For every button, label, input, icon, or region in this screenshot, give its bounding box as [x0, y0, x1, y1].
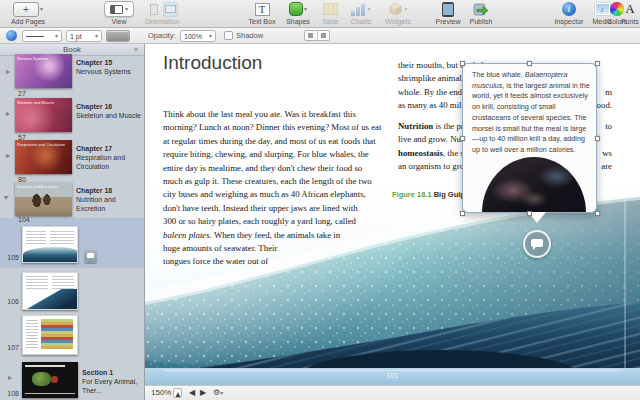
disclosure-triangle-icon[interactable]: ▸ [6, 152, 10, 160]
page-number: 105 [3, 254, 19, 261]
stroke-color-well[interactable] [106, 30, 130, 42]
opacity-dropdown[interactable]: 100%▾ [180, 30, 216, 42]
speech-bubble-icon [87, 253, 94, 258]
selection-handle[interactable] [595, 211, 600, 216]
gear-icon[interactable]: ⚙▾ [213, 388, 223, 398]
page-footer-number: 105 [145, 372, 640, 379]
chapter-15-thumbnail[interactable]: Nervous Systems [15, 54, 72, 88]
fonts-button[interactable]: A Fonts [621, 1, 639, 25]
chapter-17-thumbnail[interactable]: Respiration and Circulation [15, 140, 72, 174]
view-layout-icon [110, 5, 123, 14]
publish-button[interactable]: Publish [464, 1, 498, 25]
chapter-16-label[interactable]: Chapter 16Skeleton and Muscle [76, 102, 144, 120]
stroke-width-dropdown[interactable]: 1 pt▾ [66, 30, 102, 42]
format-bar: ▾ 1 pt▾ Opacity: 100%▾ Shadow [0, 28, 640, 44]
forward-arrow-icon[interactable]: ▶ [200, 388, 206, 398]
inspector-button[interactable]: i Inspector [550, 1, 588, 25]
opacity-label: Opacity: [148, 30, 176, 42]
page-number: 27 [18, 90, 26, 97]
inspector-info-icon: i [562, 2, 576, 16]
body-text-column-1: Think about the last meal you ate. Was i… [163, 108, 398, 269]
add-pages-button[interactable]: +▾ Add Pages [4, 1, 52, 25]
chapter-16-thumbnail[interactable]: Skeleton and Muscle [15, 98, 72, 132]
page-number: 107 [3, 344, 19, 351]
table-icon [323, 3, 338, 15]
chevron-down-icon: ▾ [125, 6, 128, 12]
review-widget-button[interactable] [523, 230, 551, 258]
page-105-thumbnail[interactable] [22, 226, 78, 263]
portrait-orientation-icon[interactable] [147, 2, 162, 17]
zoom-stepper[interactable]: ▲▼ [173, 388, 182, 398]
back-arrow-icon[interactable]: ◀ [189, 388, 195, 398]
preview-button[interactable]: Preview [430, 1, 466, 25]
page-number: 106 [3, 298, 19, 305]
ipad-preview-icon [442, 2, 454, 17]
page-number: 104 [18, 216, 30, 223]
document-page[interactable]: Introduction Think about the last meal y… [145, 44, 640, 385]
fonts-icon: A [625, 2, 634, 16]
chapter-18-label[interactable]: Chapter 18Nutrition and Excretion [76, 186, 144, 213]
widgets-button[interactable]: ▾ Widgets [379, 1, 417, 25]
sidebar-title: Book [63, 45, 81, 54]
ibooks-author-window: +▾ Add Pages ▾ View Orientation T Text B… [0, 0, 640, 400]
landscape-orientation-icon[interactable] [163, 2, 178, 17]
selection-handle[interactable] [595, 136, 600, 141]
blue-whale-popover[interactable]: The blue whale, Balaenoptera musculus, i… [462, 63, 597, 213]
page-title: Introduction [163, 52, 262, 74]
chevron-down-icon: ▾ [304, 6, 307, 12]
disclosure-triangle-icon[interactable]: ▸ [6, 68, 10, 76]
chevron-down-icon: ▾ [404, 6, 407, 12]
shapes-icon [289, 2, 303, 16]
page-view-segmented-control[interactable] [304, 30, 330, 41]
chapter-17-label[interactable]: Chapter 17Respiration and Circulation [76, 144, 144, 171]
selection-handle[interactable] [460, 211, 465, 216]
page-106-thumbnail[interactable] [22, 272, 78, 310]
shadow-checkbox[interactable] [224, 31, 233, 40]
main-toolbar: +▾ Add Pages ▾ View Orientation T Text B… [0, 0, 640, 28]
selection-handle[interactable] [527, 211, 532, 216]
orientation-control[interactable]: Orientation [140, 1, 184, 25]
book-sidebar: Book ✕ ▸ Nervous Systems Chapter 15Nervo… [0, 44, 145, 400]
section-1-thumbnail[interactable] [22, 362, 78, 398]
line-style-icon [26, 36, 44, 37]
disclosure-triangle-icon[interactable]: ▾ [4, 194, 8, 202]
selection-handle[interactable] [460, 61, 465, 66]
popover-text: The blue whale, Balaenoptera musculus, i… [472, 70, 590, 156]
selection-handle[interactable] [460, 136, 465, 141]
disclosure-triangle-icon[interactable]: ▸ [8, 374, 12, 382]
figure-caption: Figure 18.1 Big Gulps [392, 190, 469, 199]
text-box-button[interactable]: T Text Box [244, 1, 280, 25]
chevron-down-icon: ▾ [40, 6, 43, 12]
object-style-icon[interactable] [6, 30, 17, 41]
shadow-label: Shadow [236, 30, 263, 42]
page-107-thumbnail[interactable] [22, 315, 78, 355]
selection-handle[interactable] [595, 61, 600, 66]
page-number: 108 [3, 390, 19, 397]
publish-arrow-icon [473, 2, 489, 16]
widgets-cube-icon [388, 2, 403, 17]
chapter-18-thumbnail[interactable]: Nutrition and Excretion [15, 182, 72, 216]
charts-button[interactable]: ▾ Charts [345, 1, 377, 25]
zoom-level-value[interactable]: 150% [151, 388, 171, 398]
chart-icon [351, 3, 366, 16]
speech-bubble-icon [531, 239, 543, 247]
selection-handle[interactable] [527, 61, 532, 66]
shapes-button[interactable]: ▾ Shapes [281, 1, 315, 25]
table-button[interactable]: Table [315, 1, 345, 25]
disclosure-triangle-icon[interactable]: ▸ [6, 110, 10, 118]
status-bar: 150% ▲▼ ◀ ▶ ⚙▾ [145, 385, 640, 400]
chevron-down-icon: ▾ [367, 6, 370, 12]
stroke-style-dropdown[interactable]: ▾ [22, 30, 62, 42]
review-note-chip[interactable] [84, 250, 97, 263]
text-box-icon: T [255, 3, 270, 16]
close-icon[interactable]: ✕ [133, 44, 139, 56]
view-button[interactable]: ▾ View [98, 1, 140, 25]
add-pages-icon: + [13, 2, 39, 17]
chapter-15-label[interactable]: Chapter 15Nervous Systems [76, 58, 144, 76]
section-1-label[interactable]: Section 1For Every Animal, Ther... [82, 368, 144, 395]
krill-photo [482, 157, 586, 213]
